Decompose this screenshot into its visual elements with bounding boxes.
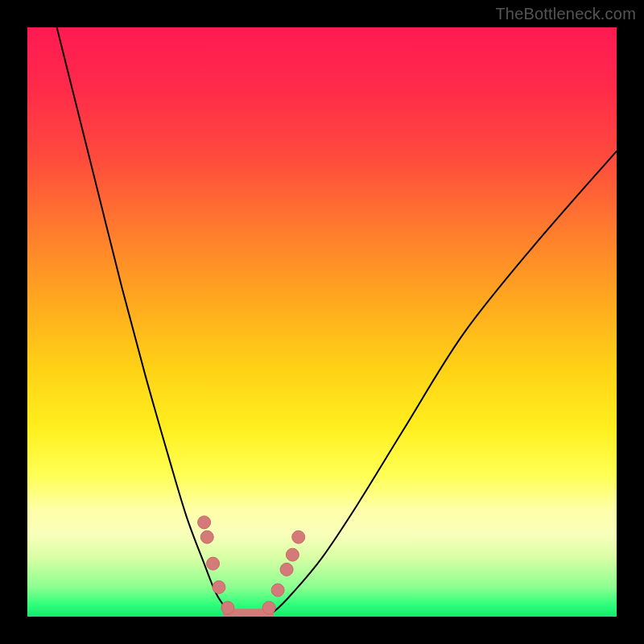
marker-dot xyxy=(271,584,284,597)
marker-dots xyxy=(198,516,305,614)
watermark-text: TheBottleneck.com xyxy=(495,5,636,23)
marker-dot xyxy=(207,557,220,570)
marker-dot xyxy=(292,530,305,543)
chart-svg xyxy=(27,27,617,617)
marker-dot xyxy=(198,516,211,529)
curve-group xyxy=(57,27,617,617)
marker-dot xyxy=(213,580,225,593)
marker-dot xyxy=(262,601,275,614)
plot-area xyxy=(27,27,617,617)
marker-dot xyxy=(200,530,213,543)
marker-dot xyxy=(286,548,299,561)
right-curve xyxy=(263,151,617,617)
chart-frame: TheBottleneck.com xyxy=(0,0,644,644)
marker-dot xyxy=(221,601,234,614)
marker-dot xyxy=(280,563,293,576)
